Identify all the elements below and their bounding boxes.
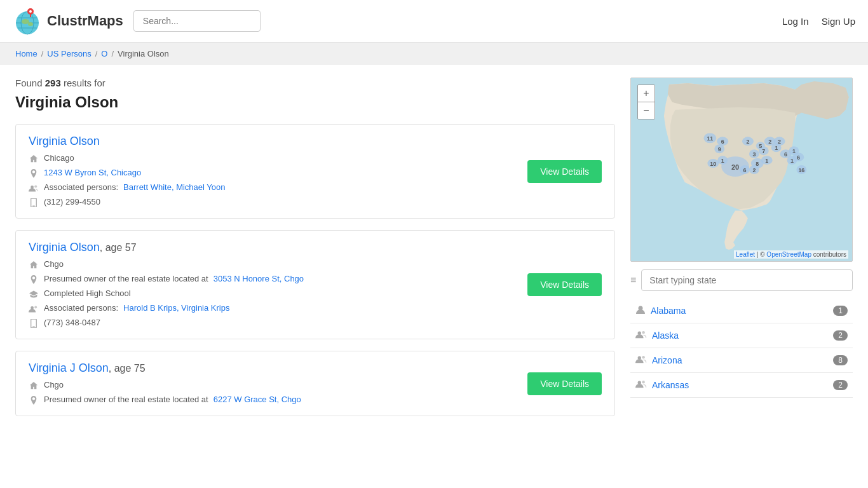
person-age-2: , age 57 bbox=[100, 242, 137, 253]
state-item-arkansas[interactable]: Arkansas 2 bbox=[630, 373, 853, 398]
person-card-3: Virginia J Olson, age 75 Chgo Presumed o… bbox=[15, 351, 615, 416]
property-link-2[interactable]: 3053 N Honore St, Chgo bbox=[214, 274, 304, 283]
globe-icon bbox=[13, 6, 42, 36]
detail-city-3: Chgo bbox=[29, 380, 517, 391]
results-prefix: Found bbox=[15, 78, 43, 88]
map-container: 20 8 1 3 7 bbox=[630, 78, 853, 262]
person-name-1[interactable]: Virginia Olson bbox=[29, 135, 100, 147]
svg-point-8 bbox=[29, 10, 32, 13]
svg-text:6: 6 bbox=[797, 154, 800, 161]
state-item-alaska[interactable]: Alaska 2 bbox=[630, 323, 853, 348]
breadcrumb-home[interactable]: Home bbox=[15, 49, 37, 58]
map-svg: 20 8 1 3 7 bbox=[631, 78, 852, 261]
people-icon-1 bbox=[29, 183, 39, 193]
property-prefix-3: Presumed owner of the real estate locate… bbox=[44, 395, 208, 404]
state-link-arkansas[interactable]: Arkansas bbox=[652, 380, 828, 390]
phone-text-1: (312) 299-4550 bbox=[44, 197, 100, 207]
person-details-3: Chgo Presumed owner of the real estate l… bbox=[29, 380, 517, 405]
svg-point-65 bbox=[642, 331, 645, 334]
city-text-3: Chgo bbox=[44, 380, 64, 390]
breadcrumb-letter[interactable]: O bbox=[101, 49, 107, 58]
logo[interactable]: ClustrMaps bbox=[13, 6, 123, 36]
svg-point-5 bbox=[22, 19, 29, 24]
svg-text:1: 1 bbox=[721, 158, 724, 164]
right-column: 20 8 1 3 7 bbox=[630, 78, 853, 428]
header: ClustrMaps Log In Sign Up bbox=[0, 0, 868, 43]
state-count-alaska: 2 bbox=[833, 330, 848, 341]
leaflet-link[interactable]: Leaflet bbox=[736, 251, 755, 258]
state-multi-person-icon-arkansas bbox=[635, 379, 647, 391]
breadcrumb-us-persons[interactable]: US Persons bbox=[47, 49, 91, 58]
svg-point-15 bbox=[34, 306, 37, 309]
svg-point-6 bbox=[28, 22, 33, 26]
results-summary: Found 293 results for bbox=[15, 78, 615, 88]
svg-text:2: 2 bbox=[768, 139, 771, 145]
filter-icon: ≡ bbox=[630, 274, 636, 286]
results-suffix: results for bbox=[64, 78, 105, 88]
state-multi-person-icon-arizona bbox=[635, 355, 647, 366]
state-multi-person-icon-alaska bbox=[635, 330, 647, 341]
associated-link-1[interactable]: Barrett White, Michael Yoon bbox=[123, 182, 225, 192]
view-details-btn-2[interactable]: View Details bbox=[527, 273, 602, 296]
zoom-out-button[interactable]: − bbox=[638, 102, 654, 119]
person-age-3: , age 75 bbox=[109, 363, 146, 374]
svg-text:9: 9 bbox=[718, 146, 721, 152]
state-link-arizona[interactable]: Arizona bbox=[652, 355, 828, 365]
state-link-alaska[interactable]: Alaska bbox=[652, 330, 828, 341]
property-prefix-2: Presumed owner of the real estate locate… bbox=[44, 274, 208, 283]
signup-link[interactable]: Sign Up bbox=[822, 16, 855, 27]
education-text-2: Completed High School bbox=[44, 288, 131, 298]
associated-label-2: Associated persons: bbox=[44, 303, 118, 313]
state-search-input[interactable] bbox=[641, 269, 853, 291]
main-container: Found 293 results for Virginia Olson Vir… bbox=[0, 65, 868, 440]
state-count-arkansas: 2 bbox=[833, 380, 848, 390]
person-name-link-3[interactable]: Virginia J Olson bbox=[29, 362, 109, 374]
svg-point-67 bbox=[642, 356, 645, 359]
person-info-2: Virginia Olson, age 57 Chgo Presumed own… bbox=[29, 241, 517, 329]
property-link-3[interactable]: 6227 W Grace St, Chgo bbox=[214, 395, 301, 404]
svg-text:6: 6 bbox=[721, 139, 724, 145]
person-info-3: Virginia J Olson, age 75 Chgo Presumed o… bbox=[29, 362, 517, 405]
svg-text:2: 2 bbox=[746, 139, 749, 145]
pin-icon-1 bbox=[29, 168, 39, 179]
view-details-btn-3[interactable]: View Details bbox=[527, 372, 602, 395]
breadcrumb: Home / US Persons / O / Virginia Olson bbox=[0, 43, 868, 65]
osm-link[interactable]: OpenStreetMap bbox=[766, 251, 811, 258]
associated-link-2[interactable]: Harold B Krips, Virginia Krips bbox=[123, 303, 229, 313]
home-icon-2 bbox=[29, 260, 39, 270]
state-count-alabama: 1 bbox=[833, 306, 848, 316]
header-left: ClustrMaps bbox=[13, 6, 261, 36]
breadcrumb-sep-1: / bbox=[41, 49, 44, 58]
state-item-alabama[interactable]: Alabama 1 bbox=[630, 299, 853, 323]
svg-point-11 bbox=[34, 186, 37, 188]
search-input[interactable] bbox=[133, 10, 261, 32]
breadcrumb-current: Virginia Olson bbox=[118, 49, 169, 58]
view-details-btn-1[interactable]: View Details bbox=[527, 160, 602, 183]
pin-icon-3 bbox=[29, 395, 39, 405]
state-single-person-icon-alabama bbox=[635, 305, 646, 316]
svg-text:5: 5 bbox=[759, 143, 762, 149]
state-link-alabama[interactable]: Alabama bbox=[651, 306, 828, 316]
svg-text:2: 2 bbox=[778, 139, 781, 145]
login-link[interactable]: Log In bbox=[782, 16, 809, 27]
person-card-2: Virginia Olson, age 57 Chgo Presumed own… bbox=[15, 230, 615, 339]
state-item-arizona[interactable]: Arizona 8 bbox=[630, 348, 853, 373]
person-name-link-2[interactable]: Virginia Olson bbox=[29, 241, 100, 254]
detail-associated-1: Associated persons: Barrett White, Micha… bbox=[29, 182, 517, 193]
city-text-1: Chicago bbox=[44, 153, 74, 163]
detail-city-2: Chgo bbox=[29, 259, 517, 270]
person-card: Virginia Olson Chicago 1243 W Byron St, … bbox=[15, 124, 615, 219]
zoom-in-button[interactable]: + bbox=[638, 85, 654, 102]
detail-phone-2: (773) 348-0487 bbox=[29, 318, 517, 329]
map-zoom-controls: + − bbox=[637, 85, 655, 119]
address-link-1[interactable]: 1243 W Byron St, Chicago bbox=[44, 168, 141, 177]
detail-education-2: Completed High School bbox=[29, 288, 517, 299]
svg-text:20: 20 bbox=[731, 163, 739, 171]
breadcrumb-sep-3: / bbox=[111, 49, 114, 58]
svg-text:1: 1 bbox=[765, 158, 768, 164]
people-icon-2 bbox=[29, 304, 39, 314]
detail-property-2: Presumed owner of the real estate locate… bbox=[29, 274, 517, 285]
svg-text:11: 11 bbox=[707, 135, 713, 142]
detail-address-1: 1243 W Byron St, Chicago bbox=[29, 168, 517, 179]
logo-text: ClustrMaps bbox=[47, 13, 123, 29]
